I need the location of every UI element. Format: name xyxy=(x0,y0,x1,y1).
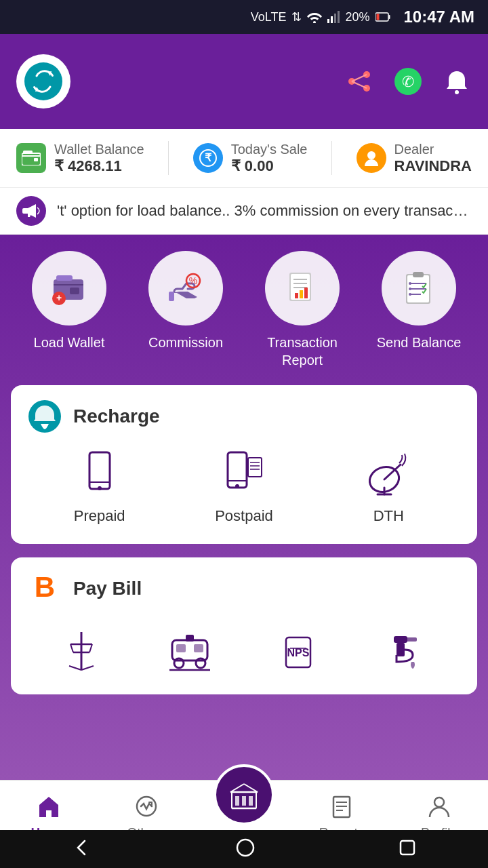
svg-text:₹: ₹ xyxy=(205,152,212,163)
dth-label: DTH xyxy=(373,507,404,525)
svg-rect-35 xyxy=(295,293,298,298)
dealer-item: Dealer RAVINDRA xyxy=(357,142,472,175)
prepaid-label: Prepaid xyxy=(74,507,125,525)
logo-icon xyxy=(23,61,64,102)
clock: 10:47 AM xyxy=(404,7,474,26)
wallet-balance-info: Wallet Balance ₹ 4268.11 xyxy=(54,142,144,175)
transaction-report-label: Transaction Report xyxy=(255,334,350,369)
postpaid-label: Postpaid xyxy=(215,507,273,525)
load-wallet-icon-circle: + xyxy=(32,251,106,326)
svg-rect-2 xyxy=(334,14,336,23)
wifi-icon xyxy=(307,11,322,23)
railway-service[interactable] xyxy=(146,628,234,675)
pay-bill-services: NPS xyxy=(27,623,461,675)
svg-text:B: B xyxy=(35,571,55,603)
pay-bill-logo: B xyxy=(27,571,62,606)
sales-label: Today's Sale xyxy=(231,142,308,157)
svg-point-7 xyxy=(24,62,62,100)
svg-rect-51 xyxy=(228,452,247,488)
app-logo[interactable] xyxy=(16,54,70,108)
svg-line-86 xyxy=(230,784,244,792)
electricity-icon xyxy=(58,628,105,675)
dealer-label: Dealer xyxy=(394,142,472,157)
android-back-button[interactable] xyxy=(73,838,92,860)
svg-rect-26 xyxy=(56,275,73,281)
svg-rect-81 xyxy=(396,643,405,656)
volte-indicator: VoLTE xyxy=(251,10,287,24)
battery-icon xyxy=(375,12,390,22)
svg-rect-5 xyxy=(388,15,390,19)
marquee-text: 't' option for load balance.. 3% commiss… xyxy=(57,202,472,220)
send-balance-action[interactable]: Send Balance xyxy=(371,251,466,369)
svg-line-87 xyxy=(244,784,258,792)
marquee-banner: 't' option for load balance.. 3% commiss… xyxy=(0,188,488,235)
dth-service[interactable]: DTH xyxy=(334,450,443,525)
share-button[interactable] xyxy=(344,66,374,96)
sales-icon: ₹ xyxy=(193,143,223,173)
dth-icon xyxy=(365,450,412,498)
svg-rect-23 xyxy=(70,288,79,294)
svg-point-57 xyxy=(235,484,239,488)
nps-icon: NPS xyxy=(274,628,322,675)
commission-label: Commission xyxy=(148,334,223,351)
sales-info: Today's Sale ₹ 0.00 xyxy=(231,142,308,175)
announcement-icon xyxy=(16,196,46,226)
svg-line-67 xyxy=(89,644,92,652)
load-wallet-label: Load Wallet xyxy=(34,334,105,351)
svg-point-83 xyxy=(137,797,156,816)
dmt-center-icon xyxy=(214,764,274,825)
wallet-balance-item: Wallet Balance ₹ 4268.11 xyxy=(16,142,144,175)
svg-point-21 xyxy=(367,151,375,159)
status-icons: VoLTE ⇅ 20% xyxy=(251,9,390,24)
whatsapp-button[interactable]: ✆ xyxy=(393,66,423,96)
commission-action[interactable]: % Commission xyxy=(138,251,233,369)
svg-rect-36 xyxy=(300,290,303,298)
notification-button[interactable] xyxy=(442,66,472,96)
svg-text:✆: ✆ xyxy=(402,73,414,90)
water-icon xyxy=(383,628,430,675)
svg-rect-37 xyxy=(304,288,308,298)
home-nav-icon xyxy=(34,791,64,821)
svg-rect-18 xyxy=(23,151,33,154)
divider-2 xyxy=(331,141,332,175)
svg-rect-71 xyxy=(176,644,186,652)
reports-nav-icon xyxy=(327,791,357,821)
wallet-balance-bar: Wallet Balance ₹ 4268.11 ₹ Today's Sale … xyxy=(0,129,488,188)
send-balance-icon-circle xyxy=(382,251,456,326)
svg-line-11 xyxy=(352,75,367,81)
svg-rect-98 xyxy=(401,841,414,854)
nps-service[interactable]: NPS xyxy=(254,628,342,675)
svg-rect-40 xyxy=(413,272,424,277)
svg-rect-17 xyxy=(34,158,38,161)
signal-icon xyxy=(327,11,340,23)
header-actions: ✆ xyxy=(344,66,472,96)
electricity-service[interactable] xyxy=(37,628,125,675)
svg-text:%: % xyxy=(189,275,197,286)
svg-rect-82 xyxy=(406,637,417,642)
others-nav-icon xyxy=(131,791,161,821)
sales-item: ₹ Today's Sale ₹ 0.00 xyxy=(193,142,308,175)
commission-icon-circle: % xyxy=(148,251,223,326)
prepaid-icon xyxy=(76,450,123,498)
svg-line-12 xyxy=(352,81,367,88)
dealer-name: RAVINDRA xyxy=(394,157,472,175)
sales-value: ₹ 0.00 xyxy=(231,157,308,175)
postpaid-icon xyxy=(220,450,268,498)
water-service[interactable] xyxy=(363,628,451,675)
postpaid-service[interactable]: Postpaid xyxy=(190,450,298,525)
dealer-info: Dealer RAVINDRA xyxy=(394,142,472,175)
svg-point-15 xyxy=(455,90,459,94)
svg-rect-48 xyxy=(89,452,110,489)
svg-line-69 xyxy=(81,666,94,670)
android-recent-button[interactable] xyxy=(399,840,415,859)
svg-rect-89 xyxy=(242,796,246,806)
network-arrows-icon: ⇅ xyxy=(291,9,302,24)
android-nav-bar xyxy=(0,830,488,868)
svg-line-66 xyxy=(70,644,73,652)
load-wallet-action[interactable]: + Load Wallet xyxy=(22,251,117,369)
android-home-button[interactable] xyxy=(236,838,255,860)
prepaid-service[interactable]: Prepaid xyxy=(45,450,154,525)
svg-point-44 xyxy=(409,288,411,290)
transaction-report-action[interactable]: Transaction Report xyxy=(255,251,350,369)
svg-line-68 xyxy=(69,666,81,670)
